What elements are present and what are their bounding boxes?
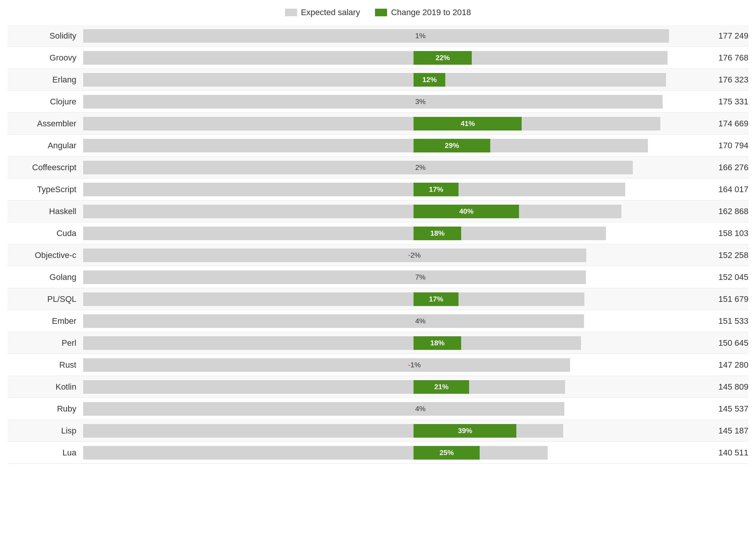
gray-bar [83,183,625,196]
bar-label: Objective-c [8,250,83,260]
bar-label: Solidity [8,31,83,41]
legend-swatch-green [375,9,387,16]
bar-row: Lua 25% 140 511 [8,442,748,464]
value-label: 176 323 [699,75,748,85]
value-label: 170 794 [699,141,748,151]
gray-bar [83,29,669,43]
bar-row: Erlang 12% 176 323 [8,69,748,91]
value-label: 152 045 [699,272,748,282]
bar-area: 1% [83,25,699,47]
bar-row: TypeScript 17% 164 017 [8,179,748,200]
bar-area: 25% [83,442,699,463]
legend-swatch-gray [285,9,297,16]
bar-area: -2% [83,244,699,266]
bar-row: PL/SQL 17% 151 679 [8,288,748,310]
bar-area: 22% [83,47,699,68]
gray-bar [83,314,584,328]
bar-row: Haskell 40% 162 868 [8,200,748,222]
value-label: 145 537 [699,404,748,414]
bar-area: 40% [83,200,699,222]
value-label: 162 868 [699,207,748,216]
bar-area: 17% [83,288,699,310]
bar-label: Angular [8,141,83,151]
gray-bar [83,270,586,284]
bar-row: Golang 7% 152 045 [8,266,748,288]
bar-label: Ruby [8,404,83,414]
bar-area: 29% [83,135,699,156]
bar-area: 4% [83,310,699,332]
bar-row: Angular 29% 170 794 [8,135,748,157]
bar-area: 2% [83,157,699,178]
value-label: 145 809 [699,382,748,392]
bar-label: Groovy [8,53,83,63]
gray-bar [83,51,668,65]
gray-bar [83,249,586,262]
bar-label: Haskell [8,207,83,216]
bar-area: 39% [83,420,699,441]
legend-expected-salary: Expected salary [285,8,360,17]
bar-row: Ruby 4% 145 537 [8,398,748,420]
gray-bar [83,161,633,174]
value-label: 166 276 [699,163,748,172]
bar-row: Groovy 22% 176 768 [8,47,748,69]
gray-bar [83,95,663,109]
gray-bar [83,139,648,152]
chart-container: Expected salary Change 2019 to 2018 Soli… [8,8,748,464]
bar-row: Coffeescript 2% 166 276 [8,157,748,179]
bar-area: 4% [83,398,699,419]
bar-row: Clojure 3% 175 331 [8,91,748,113]
bar-area: 41% [83,113,699,134]
bar-row: Assembler 41% 174 669 [8,113,748,135]
bar-row: Rust -1% 147 280 [8,354,748,376]
bar-label: Ember [8,316,83,326]
bar-row: Objective-c -2% 152 258 [8,244,748,266]
value-label: 175 331 [699,97,748,107]
gray-bar [83,227,606,240]
bar-row: Kotlin 21% 145 809 [8,376,748,398]
bar-label: PL/SQL [8,294,83,304]
gray-bar [83,205,621,218]
bar-label: Clojure [8,97,83,107]
bar-label: Cuda [8,228,83,238]
bar-label: Coffeescript [8,163,83,172]
bar-area: -1% [83,354,699,376]
legend-change-label: Change 2019 to 2018 [391,8,471,17]
chart-legend: Expected salary Change 2019 to 2018 [8,8,748,17]
bar-row: Perl 18% 150 645 [8,332,748,354]
value-label: 151 533 [699,316,748,326]
bar-label: Golang [8,272,83,282]
bar-label: Perl [8,338,83,348]
value-label: 176 768 [699,53,748,63]
bar-row: Cuda 18% 158 103 [8,222,748,244]
bar-row: Lisp 39% 145 187 [8,420,748,442]
bar-label: Assembler [8,119,83,129]
value-label: 150 645 [699,338,748,348]
bar-label: Lisp [8,426,83,436]
value-label: 152 258 [699,250,748,260]
gray-bar [83,292,584,306]
value-label: 151 679 [699,294,748,304]
value-label: 174 669 [699,119,748,129]
value-label: 147 280 [699,360,748,370]
value-label: 177 249 [699,31,748,41]
value-label: 158 103 [699,228,748,238]
gray-bar [83,380,565,394]
legend-change: Change 2019 to 2018 [375,8,471,17]
bar-area: 7% [83,266,699,288]
value-label: 145 187 [699,426,748,436]
legend-expected-salary-label: Expected salary [301,8,360,17]
bar-area: 17% [83,179,699,200]
bar-label: TypeScript [8,185,83,194]
value-label: 140 511 [699,448,748,458]
gray-bar [83,117,660,131]
bar-area: 3% [83,91,699,112]
bar-label: Kotlin [8,382,83,392]
bar-label: Lua [8,448,83,458]
bar-area: 21% [83,376,699,398]
bar-area: 18% [83,332,699,354]
bar-area: 12% [83,69,699,90]
bar-area: 18% [83,222,699,244]
bar-label: Rust [8,360,83,370]
gray-bar [83,402,564,416]
bar-label: Erlang [8,75,83,85]
